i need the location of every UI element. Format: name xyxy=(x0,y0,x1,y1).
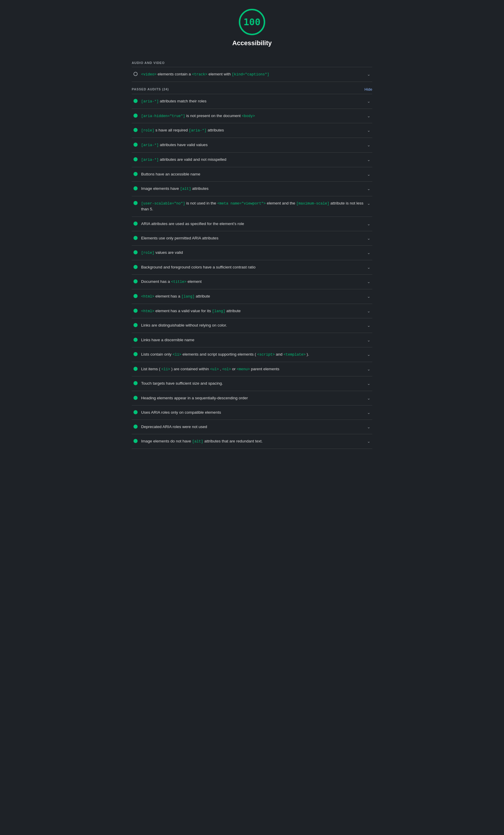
audit-row[interactable]: Heading elements appear in a sequentiall… xyxy=(132,391,372,406)
status-dot-pass xyxy=(134,265,138,269)
status-dot-pass xyxy=(134,425,138,429)
audit-text: List items ( <li> ) are contained within… xyxy=(141,366,363,372)
passed-audits-list: [aria-*] attributes match their roles ⌄ … xyxy=(132,94,372,449)
audit-row[interactable]: <html> element has a valid value for its… xyxy=(132,304,372,319)
status-dot-pass xyxy=(134,323,138,327)
status-dot-pass xyxy=(134,250,138,254)
audit-row[interactable]: Lists contain only <li> elements and scr… xyxy=(132,347,372,362)
audit-text: [aria-*] attributes are valid and not mi… xyxy=(141,157,363,163)
audit-row[interactable]: [aria-*] attributes are valid and not mi… xyxy=(132,152,372,167)
chevron-icon: ⌄ xyxy=(367,128,370,133)
score-circle: 100 xyxy=(239,9,265,35)
audit-text: Image elements have [alt] attributes xyxy=(141,186,363,192)
status-dot-pass xyxy=(134,367,138,371)
audit-text: [role] s have all required [aria-*] attr… xyxy=(141,127,363,134)
chevron-icon: ⌄ xyxy=(367,157,370,162)
audit-text: [user-scalable="no"] is not used in the … xyxy=(141,200,363,212)
audit-row[interactable]: Image elements do not have [alt] attribu… xyxy=(132,434,372,449)
audit-row[interactable]: [aria-*] attributes match their roles ⌄ xyxy=(132,94,372,109)
audit-row[interactable]: ARIA attributes are used as specified fo… xyxy=(132,217,372,231)
audit-row[interactable]: Elements use only permitted ARIA attribu… xyxy=(132,231,372,246)
audit-text: Touch targets have sufficient size and s… xyxy=(141,381,363,386)
status-dot-pass xyxy=(134,222,138,226)
chevron-icon: ⌄ xyxy=(367,99,370,104)
audit-row[interactable]: Image elements have [alt] attributes ⌄ xyxy=(132,182,372,196)
status-dot-pass xyxy=(134,279,138,283)
audit-text: Elements use only permitted ARIA attribu… xyxy=(141,235,363,241)
audit-row[interactable]: Background and foreground colors have a … xyxy=(132,260,372,274)
audit-row[interactable]: Deprecated ARIA roles were not used ⌄ xyxy=(132,420,372,434)
code-kind: [kind="captions"] xyxy=(232,73,269,77)
score-title: Accessibility xyxy=(233,39,272,47)
status-dot-pass xyxy=(134,99,138,103)
chevron-icon: ⌄ xyxy=(367,309,370,313)
audit-row[interactable]: List items ( <li> ) are contained within… xyxy=(132,362,372,377)
chevron-icon: ⌄ xyxy=(367,201,370,206)
audio-video-label: AUDIO AND VIDEO xyxy=(132,61,165,64)
passed-audits-label: PASSED AUDITS (24) xyxy=(132,87,169,91)
audit-text: Links are distinguishable without relyin… xyxy=(141,322,363,328)
audit-text: <html> element has a valid value for its… xyxy=(141,308,363,314)
audit-text: <video> elements contain a <track> eleme… xyxy=(141,71,363,78)
chevron-icon: ⌄ xyxy=(367,410,370,415)
audit-row[interactable]: Links have a discernible name ⌄ xyxy=(132,333,372,347)
audit-row[interactable]: [aria-*] attributes have valid values ⌄ xyxy=(132,138,372,152)
hide-button[interactable]: Hide xyxy=(364,87,372,91)
chevron-icon: ⌄ xyxy=(367,279,370,284)
chevron-icon: ⌄ xyxy=(367,323,370,328)
chevron-icon: ⌄ xyxy=(367,338,370,342)
chevron-icon: ⌄ xyxy=(367,265,370,270)
status-dot-info xyxy=(134,72,138,76)
page-container: 100 Accessibility AUDIO AND VIDEO <video… xyxy=(126,0,378,467)
status-dot-pass xyxy=(134,143,138,147)
audit-row[interactable]: [aria-hidden="true"] is not present on t… xyxy=(132,109,372,123)
audit-text: [aria-*] attributes have valid values xyxy=(141,142,363,148)
status-dot-pass xyxy=(134,338,138,342)
audit-row[interactable]: [role] s have all required [aria-*] attr… xyxy=(132,123,372,138)
audit-text: [role] values are valid xyxy=(141,250,363,256)
chevron-icon: ⌄ xyxy=(367,186,370,191)
audit-text: Image elements do not have [alt] attribu… xyxy=(141,438,363,445)
audit-row[interactable]: <video> elements contain a <track> eleme… xyxy=(132,67,372,82)
status-dot-pass xyxy=(134,439,138,443)
status-dot-pass xyxy=(134,294,138,298)
code-track: <track> xyxy=(192,73,207,77)
chevron-icon: ⌄ xyxy=(367,114,370,118)
audit-row[interactable]: Touch targets have sufficient size and s… xyxy=(132,376,372,391)
audit-text: Document has a <title> element xyxy=(141,279,363,285)
audit-text: [aria-hidden="true"] is not present on t… xyxy=(141,113,363,119)
status-dot-pass xyxy=(134,201,138,205)
audit-text: Deprecated ARIA roles were not used xyxy=(141,424,363,430)
audit-row[interactable]: Document has a <title> element ⌄ xyxy=(132,274,372,289)
chevron-icon: ⌄ xyxy=(367,250,370,255)
chevron-icon: ⌄ xyxy=(367,172,370,177)
status-dot-pass xyxy=(134,157,138,161)
audit-row[interactable]: Buttons have an accessible name ⌄ xyxy=(132,167,372,182)
chevron-icon: ⌄ xyxy=(367,236,370,241)
chevron-icon: ⌄ xyxy=(367,439,370,444)
audit-text: <html> element has a [lang] attribute xyxy=(141,293,363,300)
chevron-icon: ⌄ xyxy=(367,294,370,299)
audit-row[interactable]: <html> element has a [lang] attribute ⌄ xyxy=(132,289,372,304)
chevron-icon: ⌄ xyxy=(367,425,370,429)
audio-video-header: AUDIO AND VIDEO xyxy=(132,56,372,67)
chevron-icon: ⌄ xyxy=(367,72,370,77)
audit-row[interactable]: Links are distinguishable without relyin… xyxy=(132,318,372,333)
passed-audits-header: PASSED AUDITS (24) Hide xyxy=(132,82,372,94)
chevron-icon: ⌄ xyxy=(367,143,370,147)
chevron-icon: ⌄ xyxy=(367,352,370,357)
status-dot-pass xyxy=(134,186,138,190)
audit-text: ARIA attributes are used as specified fo… xyxy=(141,221,363,227)
score-value: 100 xyxy=(243,16,261,27)
audit-text: [aria-*] attributes match their roles xyxy=(141,98,363,104)
audit-row[interactable]: [role] values are valid ⌄ xyxy=(132,246,372,260)
audit-row[interactable]: [user-scalable="no"] is not used in the … xyxy=(132,196,372,217)
chevron-icon: ⌄ xyxy=(367,367,370,371)
status-dot-pass xyxy=(134,236,138,240)
status-dot-pass xyxy=(134,309,138,313)
status-dot-pass xyxy=(134,352,138,356)
status-dot-pass xyxy=(134,172,138,176)
score-section: 100 Accessibility xyxy=(132,9,372,47)
audit-row[interactable]: Uses ARIA roles only on compatible eleme… xyxy=(132,406,372,420)
status-dot-pass xyxy=(134,410,138,414)
